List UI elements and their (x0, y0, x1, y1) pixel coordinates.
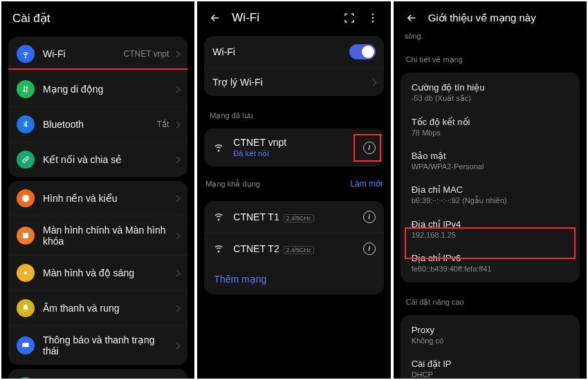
row-label: Thông báo và thanh trạng thái (43, 334, 166, 357)
chevron-right-icon (174, 342, 181, 349)
detail-signal: Cường độ tín hiệu -53 db (Xuất sắc) (401, 75, 580, 110)
detail-value: fe80::b439:40ff:fefa:ff41 (412, 265, 569, 273)
refresh-link[interactable]: Làm mới (350, 179, 382, 189)
settings-row-wallpaper[interactable]: Hình nền và kiểu (8, 181, 187, 216)
page-title: Giới thiệu về mạng này (428, 12, 536, 24)
wifi-icon (212, 140, 225, 155)
settings-row-notifications[interactable]: Thông báo và thanh trạng thái (8, 325, 187, 365)
bell-icon (17, 299, 35, 317)
row-label: Trợ lý Wi-Fi (212, 77, 362, 88)
settings-row-home-lock[interactable]: Màn hình chính và Màn hình khóa (8, 216, 187, 255)
home-icon (17, 227, 35, 245)
add-network-link[interactable]: Thêm mạng (204, 264, 383, 294)
connectivity-group: Wi-Fi CTNET vnpt Mạng di động Bluetooth … (8, 37, 187, 177)
network-row-connected[interactable]: CTNET vnpt Đã kết nối i (204, 129, 383, 167)
detail-label: Địa chỉ MAC (412, 184, 569, 195)
header: Cài đặt (1, 1, 194, 32)
info-icon[interactable]: i (363, 243, 376, 255)
page-title: Wi-Fi (232, 11, 259, 25)
info-icon[interactable]: i (363, 142, 376, 154)
scan-icon[interactable] (342, 11, 356, 25)
wifi-toggle-row[interactable]: Wi-Fi (204, 36, 383, 68)
saved-networks-label: Mạng đã lưu (197, 100, 390, 124)
truncated-text: sóng. (394, 32, 587, 44)
row-status: Tắt (157, 120, 169, 129)
network-row[interactable]: CTNET T12.4/5GHz i (204, 201, 383, 232)
sun-icon (17, 264, 35, 282)
network-details-card: Cường độ tín hiệu -53 db (Xuất sắc) Tốc … (401, 73, 580, 283)
row-label: Kết nối và chia sẻ (43, 154, 166, 165)
detail-proxy[interactable]: Proxy Không có (401, 318, 580, 352)
network-row[interactable]: CTNET T22.4/5GHz i (204, 232, 383, 264)
advanced-card: Proxy Không có Cài đặt IP DHCP (401, 315, 580, 379)
detail-value: 78 Mbps (412, 129, 569, 137)
detail-ip-settings[interactable]: Cài đặt IP DHCP (401, 352, 580, 379)
settings-row-mobile-data[interactable]: Mạng di động (8, 71, 187, 106)
apps-group: Ứng dụng (8, 369, 187, 379)
row-label: Bluetooth (43, 119, 149, 130)
detail-security: Bảo mật WPA/WPA2-Personal (401, 144, 580, 178)
network-details-label: Chi tiết về mạng (394, 44, 587, 68)
available-networks-header: Mạng khả dụng Làm mới (197, 171, 390, 197)
comment-icon (17, 336, 35, 354)
more-icon[interactable] (366, 11, 380, 25)
detail-value: -53 db (Xuất sắc) (412, 94, 569, 103)
row-label: Màn hình và độ sáng (43, 267, 166, 278)
row-label: Wi-Fi (43, 48, 116, 59)
chevron-right-icon (174, 232, 181, 239)
settings-row-brightness[interactable]: Màn hình và độ sáng (8, 255, 187, 290)
detail-value: WPA/WPA2-Personal (412, 162, 569, 171)
arrows-icon (17, 80, 35, 98)
link-icon (17, 151, 35, 169)
chevron-right-icon (174, 195, 181, 202)
settings-row-connect-share[interactable]: Kết nối và chia sẻ (8, 142, 187, 177)
wifi-lock-icon (212, 209, 225, 224)
phone-wifi-settings: Wi-Fi Wi-Fi Trợ lý Wi-Fi Mạng đã lưu CTN… (197, 1, 390, 379)
detail-value: DHCP (412, 370, 569, 379)
band-badge: 2.4/5GHz (284, 246, 314, 254)
chevron-right-icon (174, 50, 181, 57)
header: Giới thiệu về mạng này (394, 1, 587, 32)
row-label: Âm thanh và rung (43, 303, 166, 314)
wifi-toggle-card: Wi-Fi Trợ lý Wi-Fi (204, 36, 383, 96)
svg-point-2 (24, 272, 28, 275)
wifi-lock-icon (212, 241, 225, 256)
connection-status: Đã kết nối (233, 149, 354, 158)
chevron-right-icon (174, 305, 181, 312)
chevron-right-icon (174, 156, 181, 163)
detail-label: Địa chỉ IPv4 (412, 219, 569, 229)
detail-speed: Tốc độ kết nối 78 Mbps (401, 110, 580, 144)
chevron-right-icon (369, 79, 376, 86)
info-icon[interactable]: i (363, 211, 376, 223)
wifi-toggle[interactable] (349, 44, 376, 59)
row-label: Mạng di động (43, 84, 166, 95)
band-badge: 2.4/5GHz (284, 214, 314, 222)
detail-ipv4: Địa chỉ IPv4 192.168.1.25 (401, 212, 580, 246)
ssid: CTNET T12.4/5GHz (233, 211, 354, 222)
ssid: CTNET T22.4/5GHz (233, 243, 354, 254)
grid-icon (17, 377, 35, 379)
row-label: Màn hình chính và Màn hình khóa (43, 225, 166, 247)
settings-row-wifi[interactable]: Wi-Fi CTNET vnpt (8, 37, 187, 71)
detail-label: Proxy (412, 325, 569, 335)
detail-value: 192.168.1.25 (412, 231, 569, 239)
detail-value: Không có (412, 336, 569, 345)
svg-point-9 (371, 17, 373, 19)
back-button[interactable] (405, 11, 419, 25)
detail-value: b6:39:··:··:··:92 (Ngẫu nhiên) (412, 196, 569, 205)
advanced-label: Cài đặt nâng cao (394, 287, 587, 311)
back-button[interactable] (208, 11, 222, 25)
settings-row-bluetooth[interactable]: Bluetooth Tắt (8, 106, 187, 142)
settings-row-sound[interactable]: Âm thanh và rung (8, 290, 187, 325)
svg-point-8 (371, 14, 373, 15)
available-networks-card: CTNET T12.4/5GHz i CTNET T22.4/5GHz i Th… (204, 201, 383, 294)
detail-mac: Địa chỉ MAC b6:39:··:··:··:92 (Ngẫu nhiê… (401, 178, 580, 212)
palette-icon (17, 189, 35, 207)
display-group: Hình nền và kiểu Màn hình chính và Màn h… (8, 181, 187, 365)
phone-network-details: Giới thiệu về mạng này sóng. Chi tiết về… (394, 1, 587, 379)
bluetooth-icon (17, 115, 35, 133)
settings-row-apps[interactable]: Ứng dụng (8, 369, 187, 379)
wifi-assistant-row[interactable]: Trợ lý Wi-Fi (204, 68, 383, 96)
row-label: Hình nền và kiểu (43, 193, 166, 204)
chevron-right-icon (174, 86, 181, 93)
